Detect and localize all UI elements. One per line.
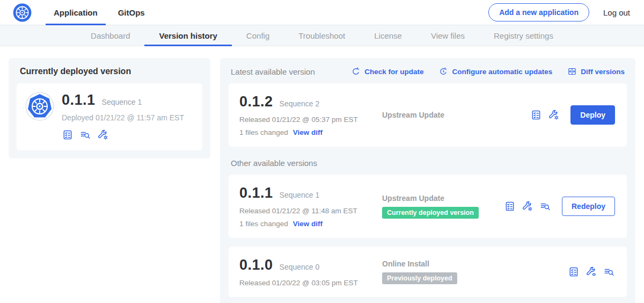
version-actions: Deploy [530,105,616,125]
deployed-panel-title: Currently deployed version [20,67,202,76]
currently-deployed-panel: Currently deployed version 0.1.1 Sequenc… [9,58,210,158]
panel-action-link[interactable]: Configure automatic updates [438,67,552,76]
auto-update-icon[interactable] [438,67,448,76]
version-action-icons [530,109,560,121]
latest-version-title: Latest available version [231,67,315,76]
other-versions-title: Other available versions [231,158,625,168]
deployed-version-card: 0.1.1 Sequence 1 Deployed 01/21/22 @ 11:… [17,83,202,150]
version-released: Released 01/21/22 @ 05:37 pm EST [239,116,374,124]
diff-icon[interactable] [567,67,577,76]
version-source: Online Install [382,259,568,268]
latest-version-header: Latest available version Check for updat… [229,66,627,83]
subnav-item[interactable]: Dashboard [76,25,144,46]
refresh-icon[interactable] [351,67,361,76]
status-badge: Currently deployed version [382,207,479,219]
subnav-item[interactable]: License [360,25,416,46]
deploy-button[interactable]: Deploy [570,105,615,125]
deployed-sequence: Sequence 1 [102,98,142,106]
panel-action-icon-slot [438,67,448,76]
logs-icon[interactable] [603,266,615,278]
version-status: Online Install Previously deployed [374,259,568,284]
top-nav: Application GitOps Add a new application… [0,0,644,25]
panel-action-label: Diff versions [581,68,625,76]
deployed-action-icons [62,129,184,141]
deployed-version-number: 0.1.1 [62,92,96,109]
other-version-list: 0.1.1 Sequence 1 Released 01/21/22 @ 11:… [229,175,627,297]
version-card: 0.1.1 Sequence 1 Released 01/21/22 @ 11:… [229,175,627,238]
version-number: 0.1.1 [239,185,273,201]
app-logo-icon [25,92,54,121]
subnav-item[interactable]: View files [416,25,479,46]
subnav-item[interactable]: Version history [144,25,231,46]
config-edit-icon[interactable] [97,129,109,141]
subnav-item[interactable]: Config [232,25,284,46]
top-tab[interactable]: GitOps [110,0,153,25]
version-actions: Redeploy [504,197,616,216]
version-status: Upstream Update [374,111,530,119]
panel-action-icon-slot [351,67,361,76]
panel-action-label: Configure automatic updates [452,68,552,76]
version-released: Released 01/21/22 @ 11:48 am EST [239,207,374,215]
version-status: Upstream Update Currently deployed versi… [374,194,504,219]
config-view-icon[interactable] [586,266,597,278]
version-source: Upstream Update [382,194,504,203]
panel-action-label: Check for update [364,68,423,76]
version-number: 0.1.0 [239,257,273,273]
version-actions [568,266,616,278]
version-info: 0.1.1 Sequence 1 Released 01/21/22 @ 11:… [239,185,374,228]
logs-icon[interactable] [79,129,91,141]
panel-action-icon-slot [567,67,577,76]
top-tabs: Application GitOps [46,0,157,25]
preflight-icon[interactable] [504,200,516,212]
preflight-icon[interactable] [62,129,74,141]
version-history-panel: Latest available version Check for updat… [220,58,635,303]
view-diff-link[interactable]: View diff [293,128,323,136]
logs-icon[interactable] [539,200,551,212]
files-changed-row: 1 files changed View diff [239,220,374,228]
top-tab[interactable]: Application [46,0,106,25]
version-info: 0.1.0 Sequence 0 Released 01/20/22 @ 03:… [239,257,374,287]
preflight-icon[interactable] [530,109,542,121]
latest-version-list: 0.1.2 Sequence 2 Released 01/21/22 @ 05:… [229,83,627,147]
view-diff-link[interactable]: View diff [293,220,323,228]
logout-link[interactable]: Log out [603,8,630,17]
kubernetes-logo-icon [13,3,32,22]
deployed-version-info: 0.1.1 Sequence 1 Deployed 01/21/22 @ 11:… [62,92,184,141]
deployed-timestamp: Deployed 01/21/22 @ 11:57 am EST [62,113,184,122]
version-action-icons [504,200,551,212]
version-info: 0.1.2 Sequence 2 Released 01/21/22 @ 05:… [239,93,374,136]
version-card: 0.1.2 Sequence 2 Released 01/21/22 @ 05:… [229,83,627,147]
version-sequence: Sequence 2 [280,99,320,108]
version-action-icons [568,266,615,278]
main-content: Currently deployed version 0.1.1 Sequenc… [0,46,644,303]
redeploy-button[interactable]: Redeploy [562,197,615,216]
status-badge: Previously deployed [382,272,457,284]
files-changed-label: 1 files changed [239,220,288,228]
config-edit-icon[interactable] [548,109,560,121]
version-card: 0.1.0 Sequence 0 Released 01/20/22 @ 03:… [229,247,627,297]
config-edit-icon[interactable] [522,200,533,212]
panel-action-link[interactable]: Diff versions [567,67,625,76]
files-changed-row: 1 files changed View diff [239,128,374,136]
add-application-button[interactable]: Add a new application [488,3,589,21]
subnav-item[interactable]: Registry settings [479,25,568,46]
subnav-item[interactable]: Troubleshoot [284,25,360,46]
version-released: Released 01/20/22 @ 03:05 pm EST [239,279,374,287]
panel-action-link[interactable]: Check for update [351,67,423,76]
preflight-icon[interactable] [568,266,580,278]
version-number: 0.1.2 [239,93,273,110]
version-source: Upstream Update [382,111,530,119]
version-sequence: Sequence 1 [280,191,320,199]
files-changed-label: 1 files changed [239,128,288,136]
panel-actions: Check for update Configure automatic upd… [351,67,625,76]
version-sequence: Sequence 0 [280,263,320,271]
app-subnav: Dashboard Version history Config Trouble… [0,25,644,46]
